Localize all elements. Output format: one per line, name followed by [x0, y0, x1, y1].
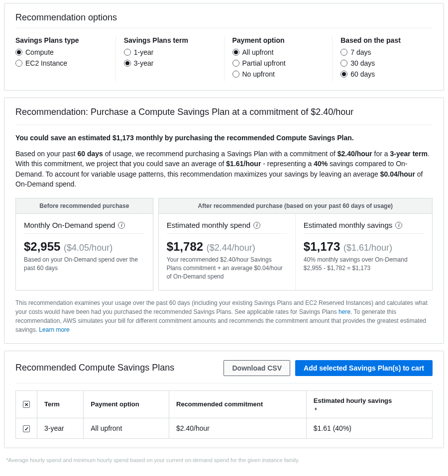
table-row[interactable]: 3-year All upfront $2.40/hour $1.61 (40%… [16, 418, 433, 439]
info-icon[interactable]: i [253, 222, 260, 229]
col-savings[interactable]: Estimated hourly savings♦ [306, 390, 432, 418]
radio-icon [232, 49, 239, 56]
radio-no-upfront[interactable]: No upfront [232, 70, 325, 78]
radio-7-days[interactable]: 7 days [340, 48, 433, 56]
before-card-head: Before recommended purchase [16, 198, 153, 214]
ondemand-spend-label: Monthly On-Demand spend i [24, 221, 145, 234]
est-savings-sub: 40% monthly savings over On-Demand $2,95… [304, 256, 424, 273]
add-to-cart-button[interactable]: Add selected Savings Plan(s) to cart [295, 360, 433, 376]
cell-payment: All upfront [84, 418, 169, 439]
col-payment[interactable]: Payment option [84, 390, 169, 418]
ondemand-spend-value: $2,955 ($4.05/hour) [24, 240, 145, 254]
after-card-head: After recommended purchase (based on you… [159, 198, 432, 214]
recommended-plans-panel: Recommended Compute Savings Plans Downlo… [4, 351, 444, 449]
info-icon[interactable]: i [118, 222, 125, 229]
recommendation-panel: Recommendation: Purchase a Compute Savin… [4, 97, 444, 344]
cell-term: 3-year [37, 418, 84, 439]
before-card: Before recommended purchase Monthly On-D… [15, 198, 153, 290]
radio-icon [124, 60, 131, 67]
rates-link[interactable]: here [338, 308, 350, 315]
savings-plans-type-label: Savings Plans type [15, 36, 108, 44]
ondemand-spend-sub: Based on your On-Demand spend over the p… [24, 256, 145, 273]
recommendation-title: Recommendation: Purchase a Compute Savin… [15, 107, 433, 125]
recommended-plans-title: Recommended Compute Savings Plans [15, 363, 174, 373]
recommendation-options-panel: Recommendation options Savings Plans typ… [4, 3, 444, 91]
radio-3-year[interactable]: 3-year [124, 59, 216, 67]
sort-icon: ♦ [315, 406, 317, 411]
est-spend-label: Estimated monthly spend i [167, 221, 287, 234]
radio-icon [232, 71, 239, 78]
close-icon [23, 401, 30, 408]
recommendation-footnote: This recommendation examines your usage … [15, 298, 433, 334]
radio-icon [232, 60, 239, 67]
cell-commit: $2.40/hour [169, 418, 307, 439]
plans-table: Term Payment option Recommended commitme… [15, 390, 433, 439]
radio-icon [15, 60, 22, 67]
radio-1-year[interactable]: 1-year [124, 48, 216, 56]
radio-partial-upfront[interactable]: Partial upfront [232, 59, 325, 67]
savings-plans-term-label: Savings Plans term [124, 36, 216, 44]
options-title: Recommendation options [15, 12, 433, 28]
radio-icon [340, 71, 347, 78]
col-commit[interactable]: Recommended commitment [169, 390, 307, 418]
after-card: After recommended purchase (based on you… [158, 198, 433, 290]
radio-icon [124, 49, 131, 56]
est-savings-value: $1,173 ($1.61/hour) [304, 240, 424, 254]
est-spend-sub: Your recommended $2.40/hour Savings Plan… [167, 256, 287, 281]
recommendation-summary: You could save an estimated $1,173 month… [15, 134, 433, 142]
recommendation-body: Based on your past 60 days of usage, we … [15, 149, 433, 189]
page-footnote: *Average hourly spend and minimum hourly… [4, 455, 444, 463]
download-csv-button[interactable]: Download CSV [224, 360, 290, 376]
payment-option-label: Payment option [232, 36, 325, 44]
radio-icon [340, 60, 347, 67]
radio-icon [340, 49, 347, 56]
est-spend-value: $1,782 ($2.44/hour) [167, 240, 287, 254]
est-savings-label: Estimated monthly savings i [304, 221, 424, 234]
info-icon[interactable]: i [395, 222, 402, 229]
based-on-past-label: Based on the past [340, 36, 433, 44]
learn-more-link[interactable]: Learn more [39, 326, 69, 333]
col-term[interactable]: Term [37, 390, 84, 418]
row-checkbox[interactable] [23, 425, 30, 432]
radio-icon [15, 49, 22, 56]
radio-60-days[interactable]: 60 days [340, 70, 433, 78]
clear-selection-header[interactable] [16, 390, 37, 418]
radio-compute[interactable]: Compute [15, 48, 108, 56]
cell-savings: $1.61 (40%) [306, 418, 432, 439]
radio-all-upfront[interactable]: All upfront [232, 48, 325, 56]
radio-30-days[interactable]: 30 days [340, 59, 433, 67]
radio-ec2-instance[interactable]: EC2 Instance [15, 59, 108, 67]
